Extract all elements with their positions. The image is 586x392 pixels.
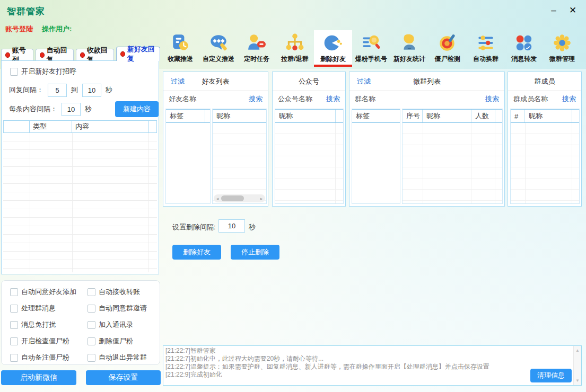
option-item[interactable]: 删除僵尸粉 xyxy=(88,336,133,346)
friend-grid-hscrollbar[interactable]: ◂ ▸ xyxy=(214,194,265,202)
log-box: [21:22:7]智群管家 [21:22:7]初始化中，此过程大约需要20秒，请… xyxy=(163,345,582,386)
group-search-link[interactable]: 搜索 xyxy=(485,94,499,104)
option-item[interactable]: 自动同意好友添加 xyxy=(10,287,88,297)
option-label: 自动同意好友添加 xyxy=(21,287,76,297)
option-checkbox[interactable] xyxy=(10,305,18,313)
greet-checkbox[interactable] xyxy=(10,68,18,76)
tab-auto-reply[interactable]: 自动回复 xyxy=(36,49,74,61)
toolbar-item-zombie-detect[interactable]: 僵尸检测 xyxy=(428,30,467,67)
content-interval-label: 每条内容间隔： xyxy=(9,104,57,114)
minimize-button[interactable]: – xyxy=(547,4,561,17)
option-label: 加入通讯录 xyxy=(99,320,133,329)
tab-new-friend-reply[interactable]: 新好友回复 xyxy=(116,47,160,61)
group-grid[interactable]: 序号 昵称 人数 xyxy=(402,109,503,204)
toolbar-item-delete-friend[interactable]: 删除好友 xyxy=(314,30,352,67)
official-search-link[interactable]: 搜索 xyxy=(326,94,340,104)
option-item[interactable]: 处理群消息 xyxy=(10,304,88,313)
scroll-left-icon[interactable]: ◂ xyxy=(214,196,221,201)
option-item[interactable]: 消息免打扰 xyxy=(10,320,88,329)
option-checkbox[interactable] xyxy=(10,321,18,329)
toolbar-item-collect-push[interactable]: 收藏推送 xyxy=(161,30,199,67)
friend-list-panel: 好友列表 过滤 好友名称 搜索 标签 昵称 ◂ ▸ xyxy=(163,72,268,207)
member-search-label: 群成员名称 xyxy=(513,94,548,104)
option-checkbox[interactable] xyxy=(88,321,95,329)
toolbar-item-msg-forward[interactable]: 消息转发 xyxy=(505,30,543,67)
save-settings-button[interactable]: 保存设置 xyxy=(86,370,161,385)
content-table-body[interactable] xyxy=(3,133,157,272)
four-dots-icon xyxy=(514,33,534,53)
delete-friend-button[interactable]: 删除好友 xyxy=(172,245,221,260)
log-vscrollbar[interactable]: ▲ ▼ xyxy=(573,346,581,385)
clipboard-clock-icon xyxy=(170,33,190,53)
toolbar-item-label: 拉群/退群 xyxy=(281,55,308,64)
clear-log-button[interactable]: 清理信息 xyxy=(530,369,572,382)
tab-payment-reply[interactable]: 收款回复 xyxy=(76,49,114,61)
scroll-right-icon[interactable]: ▸ xyxy=(258,196,265,201)
content-table-col-content: 内容 xyxy=(72,120,149,133)
group-tag-list[interactable]: 标签 xyxy=(352,109,400,204)
tab-label: 新好友回复 xyxy=(127,44,156,64)
option-item[interactable]: 加入通讯录 xyxy=(88,320,133,329)
app-window: 智群管家 – ✕ 账号登陆 操作用户: 收藏推送 自定义推送 定时任务 拉群/退… xyxy=(0,0,586,392)
org-chart-icon xyxy=(285,33,305,53)
operator-user-label: 操作用户: xyxy=(42,24,72,34)
content-table-header: 类型 内容 xyxy=(3,120,157,133)
start-new-wechat-button[interactable]: 启动新微信 xyxy=(1,370,76,385)
option-item[interactable]: 自动退出异常群 xyxy=(88,353,147,362)
option-checkbox[interactable] xyxy=(88,288,95,296)
toolbar-item-burst-phone[interactable]: 爆粉手机号 xyxy=(352,30,390,67)
official-panel-header: 公众号 xyxy=(273,72,345,91)
reply-interval-to-input[interactable] xyxy=(82,84,101,97)
member-grid[interactable]: # 昵称 xyxy=(510,109,580,204)
log-line: [21:22:9]完成初始化 xyxy=(165,371,572,379)
option-label: 处理群消息 xyxy=(21,304,56,313)
scroll-up-icon[interactable]: ▲ xyxy=(574,348,581,353)
scroll-down-icon[interactable]: ▼ xyxy=(574,378,581,383)
group-filter-link[interactable]: 过滤 xyxy=(357,72,371,91)
toolbar-item-new-friend-stats[interactable]: 新好友统计 xyxy=(390,30,428,67)
content-interval-input[interactable] xyxy=(62,103,81,116)
official-grid[interactable]: 昵称 xyxy=(275,109,344,204)
toolbar-item-pull-quit-group[interactable]: 拉群/退群 xyxy=(276,30,314,67)
seconds-unit-label: 秒 xyxy=(85,104,92,114)
friend-search-link[interactable]: 搜索 xyxy=(249,94,263,104)
greet-label: 开启新好友打招呼 xyxy=(21,67,76,76)
toolbar-item-label: 定时任务 xyxy=(244,55,269,64)
toolbar-item-auto-switch-group[interactable]: 自动换群 xyxy=(467,30,505,67)
option-checkbox[interactable] xyxy=(88,354,95,362)
option-item[interactable]: 自动备注僵尸粉 xyxy=(10,353,88,362)
option-checkbox[interactable] xyxy=(10,288,18,296)
stop-delete-button[interactable]: 停止删除 xyxy=(231,245,279,260)
option-item[interactable]: 开启检查僵尸粉 xyxy=(10,336,88,346)
option-label: 开启检查僵尸粉 xyxy=(21,336,69,346)
option-checkbox[interactable] xyxy=(88,337,95,345)
to-label: 到 xyxy=(71,85,78,95)
option-label: 自动接收转账 xyxy=(99,287,140,297)
member-search-link[interactable]: 搜索 xyxy=(562,94,576,104)
toolbar-item-custom-push[interactable]: 自定义推送 xyxy=(199,30,238,67)
scroll-thumb[interactable] xyxy=(221,195,244,201)
gear-icon xyxy=(552,33,572,53)
option-checkbox[interactable] xyxy=(10,354,18,362)
group-seq-col: 序号 xyxy=(403,110,423,122)
group-count-col: 人数 xyxy=(471,110,495,122)
option-checkbox[interactable] xyxy=(88,305,95,313)
option-item[interactable]: 自动接收转账 xyxy=(88,287,140,297)
new-content-button[interactable]: 新建内容 xyxy=(115,101,159,117)
toolbar: 收藏推送 自定义推送 定时任务 拉群/退群 删除好友 爆粉手机号 新好友统计 xyxy=(161,30,583,67)
toolbar-item-timed-task[interactable]: 定时任务 xyxy=(238,30,276,67)
option-item[interactable]: 自动同意群邀请 xyxy=(88,304,147,313)
member-search-row: 群成员名称 搜索 xyxy=(508,91,581,107)
tab-account-list[interactable]: 账号列 xyxy=(1,49,33,61)
reply-interval-from-input[interactable] xyxy=(48,84,67,97)
friend-tag-list[interactable]: 标签 xyxy=(165,109,211,204)
red-dot-icon xyxy=(5,52,10,58)
toolbar-item-micro-group-manage[interactable]: 微群管理 xyxy=(543,30,581,67)
chat-stars-pencil-icon xyxy=(208,33,229,53)
friend-filter-link[interactable]: 过滤 xyxy=(171,72,185,91)
option-label: 自动同意群邀请 xyxy=(99,304,147,313)
delete-interval-input[interactable] xyxy=(218,219,245,233)
friend-nick-grid[interactable]: 昵称 ◂ ▸ xyxy=(212,109,267,204)
option-checkbox[interactable] xyxy=(10,337,18,345)
close-button[interactable]: ✕ xyxy=(566,4,580,17)
